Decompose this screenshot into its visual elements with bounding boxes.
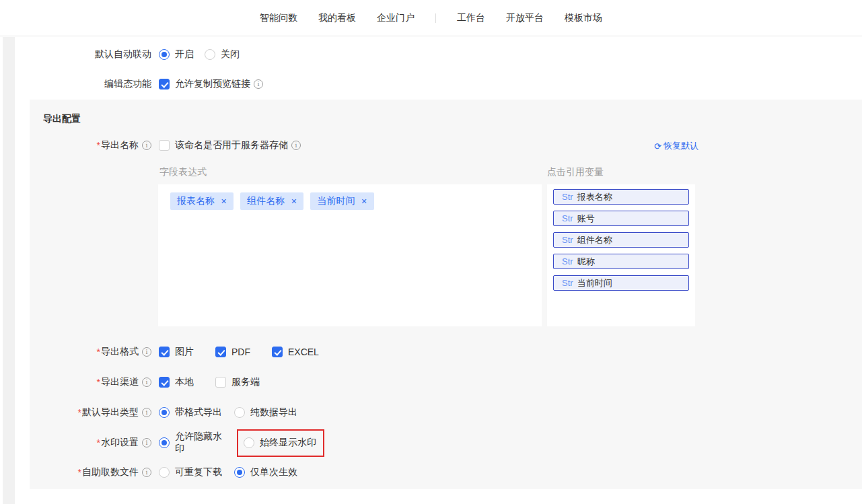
copy-preview-link-label: 允许复制预览链接: [175, 78, 250, 90]
variable-type-tag: Str: [562, 278, 573, 288]
nav-item-smart-qa[interactable]: 智能问数: [260, 12, 297, 24]
info-icon[interactable]: [142, 141, 151, 150]
channel-option-server[interactable]: 服务端: [215, 376, 260, 388]
local-label: 本地: [175, 376, 194, 388]
variable-button-widget-name[interactable]: Str 组件名称: [553, 232, 689, 248]
variables-panel-label: 点击引用变量: [547, 166, 604, 178]
export-section-title: 导出配置: [43, 113, 81, 125]
allow-hide-label: 允许隐藏水印: [175, 431, 231, 455]
auto-link-label-text: 默认自动联动: [95, 48, 151, 61]
row-export-format: 导出格式 图片 PDF EXCEL: [16, 346, 862, 358]
variable-button-report-name[interactable]: Str 报表名称: [553, 189, 689, 205]
repeat-download-radio[interactable]: [159, 467, 170, 478]
red-annotation-box: 始终显示水印: [237, 429, 324, 457]
self-fetch-label: 自助取数文件: [16, 466, 151, 478]
top-nav: 智能问数 我的看板 企业门户 工作台 开放平台 模板市场: [0, 0, 862, 36]
tag-label: 组件名称: [247, 195, 285, 207]
single-use-label: 仅单次生效: [250, 466, 297, 478]
image-label: 图片: [175, 346, 194, 358]
fetch-option-single-use[interactable]: 仅单次生效: [234, 466, 297, 478]
close-icon[interactable]: [361, 198, 367, 205]
radio-off-label: 关闭: [221, 48, 240, 61]
restore-defaults-button[interactable]: 恢复默认: [654, 140, 698, 152]
auto-link-option-off[interactable]: 关闭: [205, 48, 240, 61]
export-name-label: 导出名称: [16, 139, 151, 151]
variable-label: 报表名称: [577, 191, 612, 203]
nav-item-my-dashboard[interactable]: 我的看板: [318, 12, 356, 24]
row-default-export-type: 默认导出类型 带格式导出 纯数据导出: [16, 406, 862, 419]
always-show-radio[interactable]: [244, 437, 254, 448]
edit-mode-option-copy-link[interactable]: 允许复制预览链接: [159, 78, 250, 90]
variable-button-account[interactable]: Str 账号: [553, 211, 689, 226]
radio-off[interactable]: [205, 49, 215, 60]
server-storage-option[interactable]: 该命名是否用于服务器存储: [159, 139, 288, 151]
row-export-channel: 导出渠道 本地 服务端: [16, 376, 862, 388]
excel-label: EXCEL: [288, 347, 319, 357]
left-scrollbar-track[interactable]: [3, 37, 15, 504]
format-option-pdf[interactable]: PDF: [215, 347, 272, 357]
variable-label: 组件名称: [577, 234, 612, 246]
info-icon[interactable]: [142, 468, 151, 477]
export-channel-label: 导出渠道: [16, 376, 151, 388]
format-option-excel[interactable]: EXCEL: [272, 347, 319, 357]
info-icon[interactable]: [142, 408, 151, 417]
variable-button-nickname[interactable]: Str 昵称: [553, 254, 689, 269]
default-export-type-label: 默认导出类型: [16, 406, 151, 419]
allow-hide-radio[interactable]: [159, 437, 170, 448]
refresh-icon: [654, 142, 661, 151]
raw-data-radio[interactable]: [234, 407, 245, 418]
info-icon[interactable]: [142, 347, 151, 357]
nav-item-enterprise-portal[interactable]: 企业门户: [377, 12, 415, 24]
field-expression-input[interactable]: 报表名称 组件名称 当前时间: [158, 184, 542, 326]
auto-link-label: 默认自动联动: [16, 48, 151, 61]
tag-label: 报表名称: [177, 195, 215, 207]
default-export-type-label-text: 默认导出类型: [82, 406, 139, 419]
type-option-formatted[interactable]: 带格式导出: [159, 406, 234, 419]
watermark-label: 水印设置: [16, 437, 151, 449]
export-format-label-text: 导出格式: [101, 346, 139, 358]
pdf-checkbox[interactable]: [215, 347, 226, 357]
pdf-label: PDF: [231, 347, 250, 357]
fetch-option-repeat-download[interactable]: 可重复下载: [159, 466, 234, 478]
single-use-radio[interactable]: [234, 467, 245, 478]
auto-link-option-on[interactable]: 开启: [159, 48, 205, 61]
export-name-label-text: 导出名称: [101, 139, 139, 151]
close-icon[interactable]: [221, 198, 227, 205]
watermark-option-always-show[interactable]: 始终显示水印: [244, 437, 316, 449]
field-expression-label: 字段表达式: [159, 166, 207, 178]
variable-type-tag: Str: [562, 256, 573, 266]
copy-preview-link-checkbox[interactable]: [159, 79, 170, 89]
info-icon[interactable]: [142, 377, 151, 387]
nav-item-open-platform[interactable]: 开放平台: [506, 12, 544, 24]
export-format-label: 导出格式: [16, 346, 151, 358]
variable-label: 账号: [577, 213, 595, 225]
close-icon[interactable]: [291, 198, 297, 205]
info-icon[interactable]: [142, 438, 151, 447]
format-option-image[interactable]: 图片: [159, 346, 215, 358]
variable-button-current-time[interactable]: Str 当前时间: [553, 275, 689, 291]
repeat-download-label: 可重复下载: [175, 466, 222, 478]
nav-item-workbench[interactable]: 工作台: [457, 12, 485, 24]
row-export-name: 导出名称 该命名是否用于服务器存储: [16, 139, 862, 151]
radio-on[interactable]: [159, 49, 170, 60]
required-asterisk: [78, 407, 81, 418]
channel-option-local[interactable]: 本地: [159, 376, 215, 388]
server-storage-checkbox[interactable]: [159, 140, 170, 151]
expression-tag[interactable]: 组件名称: [240, 192, 303, 210]
watermark-option-allow-hide[interactable]: 允许隐藏水印: [159, 431, 231, 455]
expression-tag[interactable]: 报表名称: [170, 192, 234, 210]
excel-checkbox[interactable]: [272, 347, 283, 357]
info-icon[interactable]: [291, 141, 301, 150]
row-self-fetch-file: 自助取数文件 可重复下载 仅单次生效: [16, 466, 862, 478]
required-asterisk: [97, 347, 100, 357]
nav-item-template-market[interactable]: 模板市场: [565, 12, 602, 24]
info-icon[interactable]: [254, 79, 263, 89]
server-checkbox[interactable]: [215, 377, 226, 388]
image-checkbox[interactable]: [159, 347, 170, 357]
expression-tag[interactable]: 当前时间: [310, 192, 373, 210]
self-fetch-label-text: 自助取数文件: [82, 466, 139, 478]
type-option-raw-data[interactable]: 纯数据导出: [234, 406, 297, 419]
local-checkbox[interactable]: [159, 377, 170, 388]
variable-type-tag: Str: [562, 235, 573, 245]
formatted-radio[interactable]: [159, 407, 170, 418]
